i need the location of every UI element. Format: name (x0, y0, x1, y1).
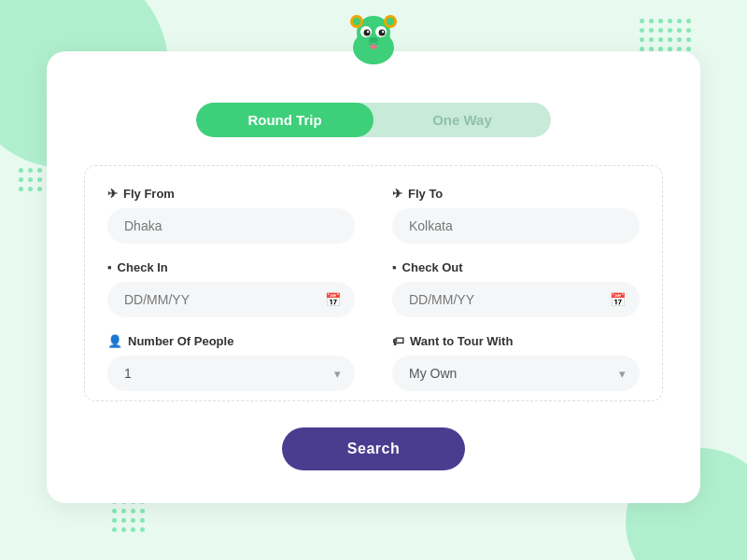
tour-with-select-wrapper: My Own Friends Family Partner Group ▾ (392, 356, 640, 391)
svg-point-4 (353, 18, 360, 25)
fly-to-input-wrapper (392, 208, 640, 244)
tour-with-select[interactable]: My Own Friends Family Partner Group (392, 356, 640, 391)
form-grid: ✈ Fly From ✈ Fly To (107, 187, 640, 391)
number-of-people-label: 👤 Number Of People (107, 334, 355, 348)
number-of-people-select-wrapper: 1 2 3 4 5 ▾ (107, 356, 355, 391)
fly-to-icon: ✈ (392, 187, 402, 201)
svg-point-10 (367, 31, 369, 33)
fly-to-input[interactable] (392, 208, 640, 244)
check-out-icon: ▪ (392, 260, 397, 274)
svg-point-8 (364, 30, 371, 36)
check-in-group: ▪ Check In 📅 (107, 260, 355, 317)
fly-from-group: ✈ Fly From (107, 187, 355, 244)
fly-to-group: ✈ Fly To (392, 187, 640, 244)
fly-to-label: ✈ Fly To (392, 187, 640, 201)
svg-point-5 (387, 18, 394, 25)
people-icon: 👤 (107, 334, 122, 348)
mascot-icon (341, 12, 406, 68)
check-in-input[interactable] (107, 282, 355, 317)
fly-from-icon: ✈ (107, 187, 118, 201)
check-out-label: ▪ Check Out (392, 260, 640, 274)
number-of-people-group: 👤 Number Of People 1 2 3 4 5 ▾ (107, 334, 355, 391)
tour-with-icon: 🏷 (392, 334, 404, 348)
check-out-input-wrapper: 📅 (392, 282, 640, 317)
check-in-input-wrapper: 📅 (107, 282, 355, 317)
card-wrapper: Round Trip One Way ✈ Fly From (47, 51, 700, 509)
fly-from-input-wrapper (107, 208, 355, 244)
one-way-tab[interactable]: One Way (374, 103, 551, 137)
search-btn-wrapper: Search (84, 427, 663, 470)
tour-with-group: 🏷 Want to Tour With My Own Friends Famil… (392, 334, 640, 391)
svg-point-11 (382, 31, 384, 33)
trip-toggle: Round Trip One Way (196, 103, 551, 137)
number-of-people-select[interactable]: 1 2 3 4 5 (107, 356, 355, 391)
tour-with-label: 🏷 Want to Tour With (392, 334, 640, 348)
form-area: ✈ Fly From ✈ Fly To (84, 165, 663, 401)
main-card: Round Trip One Way ✈ Fly From (47, 51, 700, 503)
fly-from-input[interactable] (107, 208, 355, 244)
svg-point-13 (371, 45, 377, 49)
fly-from-label: ✈ Fly From (107, 187, 355, 201)
check-in-label: ▪ Check In (107, 260, 355, 274)
check-out-input[interactable] (392, 282, 640, 317)
search-button[interactable]: Search (282, 427, 465, 470)
check-out-group: ▪ Check Out 📅 (392, 260, 640, 317)
check-in-icon: ▪ (107, 260, 112, 274)
svg-point-9 (379, 30, 386, 36)
svg-point-12 (369, 37, 378, 43)
round-trip-tab[interactable]: Round Trip (196, 103, 374, 137)
